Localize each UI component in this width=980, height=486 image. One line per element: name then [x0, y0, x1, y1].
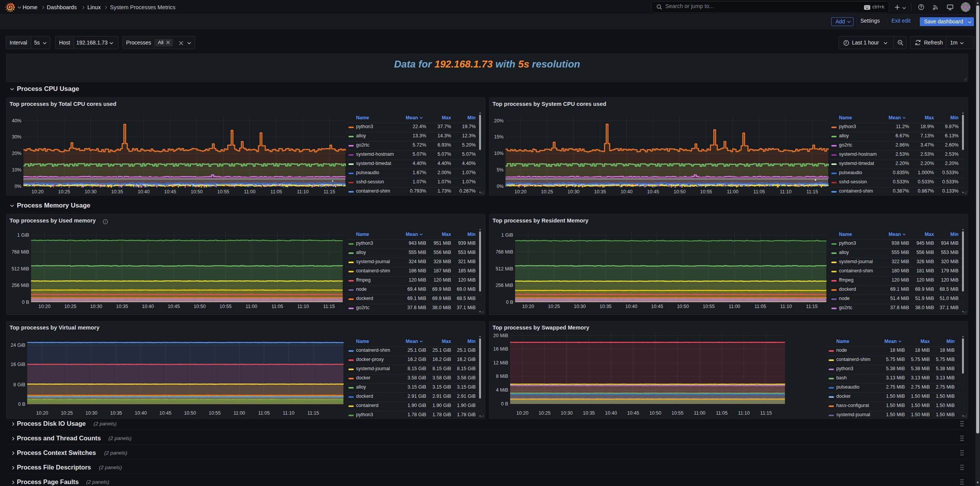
svg-text:10:25: 10:25 [61, 410, 73, 416]
svg-text:8 MiB: 8 MiB [496, 374, 508, 379]
svg-text:10:50: 10:50 [674, 189, 686, 194]
svg-text:0 B: 0 B [22, 300, 29, 305]
svg-text:11:15: 11:15 [323, 189, 335, 194]
svg-text:10:30: 10:30 [85, 189, 97, 194]
svg-text:11:00: 11:00 [233, 410, 245, 416]
svg-text:11:05: 11:05 [271, 304, 283, 309]
svg-text:10:40: 10:40 [605, 410, 617, 416]
svg-text:11:15: 11:15 [760, 410, 772, 416]
svg-text:11:00: 11:00 [694, 410, 705, 416]
svg-text:20 MiB: 20 MiB [493, 333, 508, 338]
svg-text:10:35: 10:35 [110, 410, 122, 416]
svg-text:512 MiB: 512 MiB [496, 266, 513, 272]
svg-text:10:35: 10:35 [116, 304, 128, 309]
svg-text:10:25: 10:25 [64, 304, 76, 309]
svg-text:0 B: 0 B [18, 402, 25, 407]
svg-text:10:20: 10:20 [514, 189, 526, 194]
svg-text:11:15: 11:15 [806, 189, 818, 194]
svg-text:10:55: 10:55 [220, 304, 231, 309]
svg-text:11:05: 11:05 [753, 189, 765, 194]
svg-text:10:40: 10:40 [625, 304, 637, 309]
svg-text:0%: 0% [497, 184, 504, 189]
svg-text:11:10: 11:10 [297, 189, 309, 194]
svg-text:12 MiB: 12 MiB [493, 360, 508, 366]
svg-text:20%: 20% [494, 118, 504, 124]
svg-text:40%: 40% [12, 118, 21, 124]
svg-text:11:00: 11:00 [246, 304, 257, 309]
svg-text:1 GiB: 1 GiB [501, 232, 513, 238]
svg-text:10:30: 10:30 [574, 304, 586, 309]
svg-text:10:45: 10:45 [159, 410, 171, 416]
svg-text:10:20: 10:20 [516, 410, 528, 416]
svg-text:15%: 15% [494, 134, 504, 140]
svg-text:11:05: 11:05 [716, 410, 727, 416]
svg-text:11:10: 11:10 [780, 189, 791, 194]
svg-text:10:55: 10:55 [208, 410, 220, 416]
svg-text:20%: 20% [12, 151, 21, 156]
svg-text:8 GiB: 8 GiB [13, 382, 25, 387]
svg-text:11:10: 11:10 [297, 304, 309, 309]
svg-text:10:50: 10:50 [191, 189, 203, 194]
svg-text:10:45: 10:45 [164, 189, 176, 194]
svg-text:10:45: 10:45 [168, 304, 180, 309]
svg-text:11:10: 11:10 [780, 304, 792, 309]
svg-text:10:30: 10:30 [90, 304, 102, 309]
svg-text:11:15: 11:15 [806, 304, 817, 309]
svg-text:10:45: 10:45 [647, 189, 659, 194]
svg-text:10:20: 10:20 [38, 304, 50, 309]
svg-text:10:25: 10:25 [541, 189, 553, 194]
svg-text:10:40: 10:40 [135, 410, 147, 416]
svg-text:10:55: 10:55 [703, 304, 714, 309]
svg-text:10:30: 10:30 [568, 189, 579, 194]
svg-text:0 B: 0 B [506, 300, 513, 305]
svg-text:10:55: 10:55 [671, 410, 683, 416]
svg-text:11:00: 11:00 [727, 189, 738, 194]
svg-text:10:55: 10:55 [700, 189, 712, 194]
svg-text:10:45: 10:45 [627, 410, 639, 416]
svg-text:768 MiB: 768 MiB [496, 249, 513, 255]
svg-text:10:40: 10:40 [621, 189, 632, 194]
svg-text:10:30: 10:30 [561, 410, 573, 416]
svg-text:11:15: 11:15 [323, 304, 335, 309]
svg-text:11:00: 11:00 [729, 304, 740, 309]
svg-text:10:35: 10:35 [583, 410, 595, 416]
svg-text:11:10: 11:10 [738, 410, 750, 416]
svg-text:10:20: 10:20 [522, 304, 534, 309]
svg-text:10:30: 10:30 [85, 410, 97, 416]
svg-text:10:40: 10:40 [138, 189, 149, 194]
svg-text:16 MiB: 16 MiB [493, 346, 508, 352]
svg-text:10:50: 10:50 [677, 304, 689, 309]
svg-text:0%: 0% [15, 184, 21, 189]
svg-text:10%: 10% [494, 151, 504, 156]
svg-text:24 GiB: 24 GiB [11, 343, 25, 348]
svg-text:256 MiB: 256 MiB [496, 283, 513, 288]
svg-text:5%: 5% [497, 167, 504, 173]
svg-text:10:50: 10:50 [184, 410, 196, 416]
svg-text:512 MiB: 512 MiB [11, 266, 29, 272]
svg-text:10:25: 10:25 [548, 304, 560, 309]
svg-text:10:20: 10:20 [31, 189, 43, 194]
svg-text:11:05: 11:05 [755, 304, 766, 309]
svg-text:10:35: 10:35 [599, 304, 611, 309]
svg-text:768 MiB: 768 MiB [11, 249, 29, 255]
svg-text:11:05: 11:05 [258, 410, 270, 416]
svg-text:30%: 30% [12, 134, 21, 140]
svg-text:10:50: 10:50 [194, 304, 205, 309]
svg-text:10:35: 10:35 [594, 189, 606, 194]
svg-text:10%: 10% [12, 167, 21, 173]
svg-text:10:45: 10:45 [651, 304, 663, 309]
svg-text:10:25: 10:25 [538, 410, 550, 416]
svg-text:11:05: 11:05 [271, 189, 282, 194]
svg-text:10:25: 10:25 [58, 189, 70, 194]
svg-text:0 B: 0 B [501, 401, 508, 407]
svg-text:4 MiB: 4 MiB [496, 387, 508, 393]
svg-text:11:00: 11:00 [244, 189, 255, 194]
svg-text:10:35: 10:35 [111, 189, 123, 194]
svg-text:10:55: 10:55 [217, 189, 229, 194]
svg-text:10:50: 10:50 [649, 410, 661, 416]
svg-text:256 MiB: 256 MiB [11, 283, 29, 288]
svg-text:11:15: 11:15 [307, 410, 319, 416]
svg-text:10:40: 10:40 [142, 304, 154, 309]
svg-text:1 GiB: 1 GiB [17, 232, 29, 238]
svg-text:11:10: 11:10 [283, 410, 294, 416]
